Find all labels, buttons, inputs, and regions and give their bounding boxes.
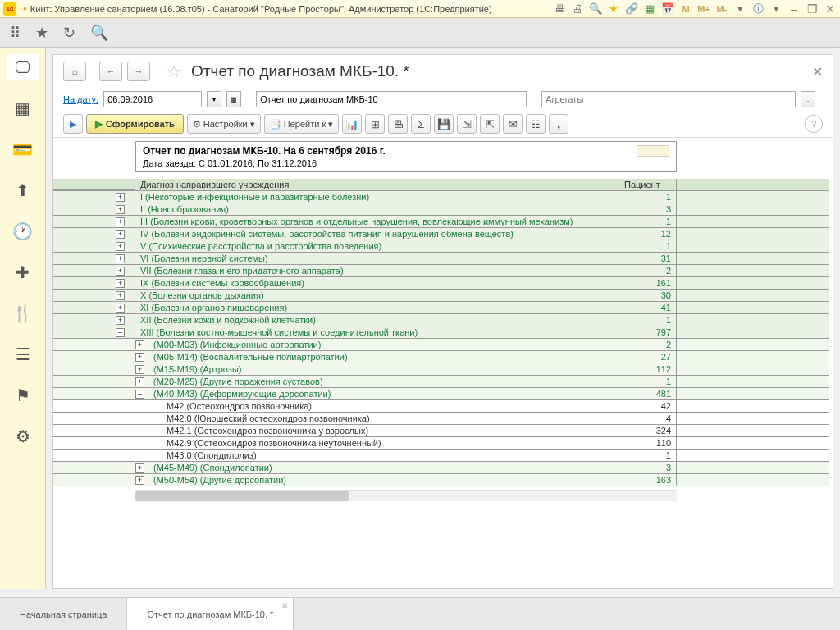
- sidebar-clock-icon[interactable]: 🕐: [7, 218, 39, 244]
- close-window-button[interactable]: ✕: [824, 2, 837, 16]
- expand-toggle[interactable]: +: [116, 242, 125, 251]
- tool-print-icon[interactable]: 🖶: [388, 114, 408, 134]
- help-button[interactable]: ?: [805, 115, 823, 133]
- calendar-icon[interactable]: 📅: [661, 2, 674, 16]
- expand-toggle[interactable]: +: [116, 291, 125, 300]
- settings-button[interactable]: ⚙ Настройки ▾: [187, 114, 261, 134]
- expand-toggle[interactable]: +: [116, 217, 125, 226]
- info-icon[interactable]: ⓘ: [751, 2, 765, 16]
- mem-mminus-button[interactable]: M-: [715, 2, 728, 16]
- search-doc-icon[interactable]: 🔍: [589, 2, 602, 16]
- table-row[interactable]: +(M05-M14) (Воспалительные полиартропати…: [53, 351, 829, 363]
- table-row[interactable]: M43.0 (Спондилолиз)1: [53, 450, 829, 462]
- table-row[interactable]: M42.9 (Остеохондроз позвоночника неуточн…: [53, 437, 829, 450]
- table-row[interactable]: +(M00-M03) (Инфекционные артропатии)2: [53, 339, 829, 351]
- mem-m-button[interactable]: M: [679, 2, 692, 16]
- table-row[interactable]: +X (Болезни органов дыхания)30: [53, 290, 829, 302]
- table-row[interactable]: M42 (Остеохондроз позвоночника)42: [53, 400, 829, 413]
- table-row[interactable]: +I (Некоторые инфекционные и паразитарны…: [53, 191, 829, 203]
- table-row[interactable]: +(M45-M49) (Спондилопатии)3: [53, 462, 829, 474]
- dropdown-icon[interactable]: ▾: [733, 2, 746, 16]
- table-row[interactable]: –XIII (Болезни костно-мышечной системы и…: [53, 326, 829, 339]
- date-calendar-button[interactable]: ▦: [226, 91, 241, 107]
- nav-back-button[interactable]: ←: [99, 62, 122, 81]
- tab-report[interactable]: Отчет по диагнозам МКБ-10. *✕: [127, 598, 294, 630]
- table-row[interactable]: +V (Психические расстройства и расстройс…: [53, 240, 829, 253]
- table-row[interactable]: +VI (Болезни нервной системы)31: [53, 253, 829, 265]
- table-row[interactable]: +III (Болезни крови, кроветворных органо…: [53, 216, 829, 228]
- link-icon[interactable]: 🔗: [625, 2, 638, 16]
- home-button[interactable]: ⌂: [63, 62, 86, 81]
- date-dropdown-button[interactable]: ▾: [207, 91, 221, 107]
- table-row[interactable]: +(M50-M54) (Другие дорсопатии)163: [53, 474, 829, 486]
- tool-expand-icon[interactable]: ⊞: [365, 114, 385, 134]
- table-row[interactable]: +II (Новообразования)3: [53, 203, 829, 216]
- date-label-link[interactable]: На дату:: [63, 94, 98, 104]
- tool-table-icon[interactable]: ☷: [526, 114, 546, 134]
- run-icon-button[interactable]: ▶: [63, 114, 83, 134]
- favorite-icon[interactable]: ★: [607, 2, 620, 16]
- minimize-button[interactable]: –: [788, 2, 801, 16]
- table-row[interactable]: +XII (Болезни кожи и подкожной клетчатки…: [53, 314, 829, 326]
- table-row[interactable]: +IX (Болезни системы кровообращения)161: [53, 277, 829, 290]
- table-row[interactable]: +VII (Болезни глаза и его придаточного а…: [53, 265, 829, 277]
- sidebar-server-icon[interactable]: ☰: [7, 341, 39, 368]
- tool-expand2-icon[interactable]: ⇱: [480, 114, 500, 134]
- apps-icon[interactable]: ⠿: [10, 24, 21, 42]
- sidebar-calendar-icon[interactable]: ▦: [7, 95, 39, 121]
- tab-close-icon[interactable]: ✕: [281, 601, 288, 610]
- dropdown2-icon[interactable]: ▾: [769, 2, 783, 16]
- mem-mplus-button[interactable]: M+: [697, 2, 710, 16]
- print-icon[interactable]: 🖶: [553, 2, 566, 16]
- aggregates-more-button[interactable]: ...: [801, 91, 815, 107]
- print2-icon[interactable]: 🖨: [571, 2, 584, 16]
- sidebar-monitor-icon[interactable]: 🖵: [7, 54, 39, 80]
- date-input[interactable]: [103, 91, 202, 107]
- tool-collapse-icon[interactable]: ⇲: [457, 114, 477, 134]
- history-icon[interactable]: ↻: [63, 24, 75, 42]
- expand-toggle[interactable]: +: [116, 267, 125, 276]
- form-report-button[interactable]: ▶Сформировать: [86, 114, 184, 134]
- nav-forward-button[interactable]: →: [127, 62, 150, 81]
- tab-report-label: Отчет по диагнозам МКБ-10. *: [147, 609, 273, 619]
- tool-mail-icon[interactable]: ✉: [503, 114, 523, 134]
- expand-toggle[interactable]: +: [116, 304, 125, 313]
- report-name-input[interactable]: [256, 91, 527, 107]
- tool-sum-icon[interactable]: Σ: [411, 114, 431, 134]
- expand-toggle[interactable]: +: [116, 230, 125, 239]
- table-row[interactable]: +(M20-M25) (Другие поражения суставов)1: [53, 376, 829, 388]
- star-outline-icon[interactable]: ★: [35, 24, 48, 42]
- goto-button[interactable]: 📑 Перейти к ▾: [264, 114, 339, 134]
- expand-toggle[interactable]: +: [116, 254, 125, 263]
- sidebar-medical-icon[interactable]: ✚: [7, 259, 39, 285]
- table-row[interactable]: +XI (Болезни органов пищеварения)41: [53, 302, 829, 314]
- sidebar-settings-icon[interactable]: ⚙: [7, 423, 39, 450]
- sidebar-flag-icon[interactable]: ⚑: [7, 382, 39, 409]
- sidebar-restaurant-icon[interactable]: 🍴: [7, 300, 39, 326]
- search-icon[interactable]: 🔍: [90, 24, 108, 42]
- table-row[interactable]: +(M15-M19) (Артрозы)112: [53, 363, 829, 376]
- sidebar-lamp-icon[interactable]: ⬆: [7, 177, 39, 203]
- expand-toggle[interactable]: +: [116, 279, 125, 288]
- column-patient: Пациент: [619, 179, 677, 190]
- tab-home[interactable]: Начальная страница: [0, 598, 127, 630]
- table-row[interactable]: –(M40-M43) (Деформирующие дорсопатии)481: [53, 388, 829, 400]
- sidebar-card-icon[interactable]: 💳: [7, 136, 39, 162]
- tool-chart-icon[interactable]: 📊: [342, 114, 362, 134]
- calc-icon[interactable]: ▦: [643, 2, 656, 16]
- page-star-icon[interactable]: ☆: [167, 62, 181, 81]
- table-row[interactable]: +IV (Болезни эндокринной системы, расстр…: [53, 228, 829, 240]
- expand-toggle[interactable]: –: [116, 328, 125, 337]
- expand-toggle[interactable]: +: [116, 316, 125, 325]
- expand-toggle[interactable]: +: [116, 193, 125, 202]
- tool-comma-icon[interactable]: ,: [549, 114, 568, 134]
- expand-toggle[interactable]: +: [116, 205, 125, 214]
- horizontal-scrollbar[interactable]: [135, 490, 677, 501]
- table-row[interactable]: M42.0 (Юношеский остеохондроз позвоночни…: [53, 413, 829, 425]
- table-row[interactable]: M42.1 (Остеохондроз позвоночника у взрос…: [53, 425, 829, 437]
- tool-save-icon[interactable]: 💾: [434, 114, 454, 134]
- maximize-button[interactable]: ❐: [806, 2, 819, 16]
- report-area[interactable]: Отчет по диагнозам МКБ-10. На 6 сентября…: [53, 138, 833, 588]
- close-page-button[interactable]: ✕: [812, 64, 823, 80]
- aggregates-input[interactable]: [541, 91, 796, 107]
